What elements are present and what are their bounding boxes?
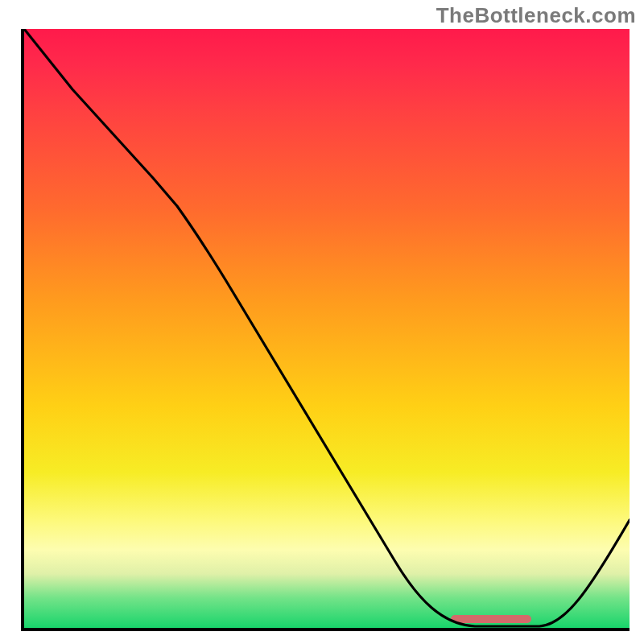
x-axis bbox=[21, 628, 630, 631]
bottleneck-curve bbox=[24, 29, 630, 628]
y-axis bbox=[21, 29, 24, 631]
watermark-text: TheBottleneck.com bbox=[436, 3, 636, 28]
chart-container: TheBottleneck.com bbox=[0, 0, 644, 644]
